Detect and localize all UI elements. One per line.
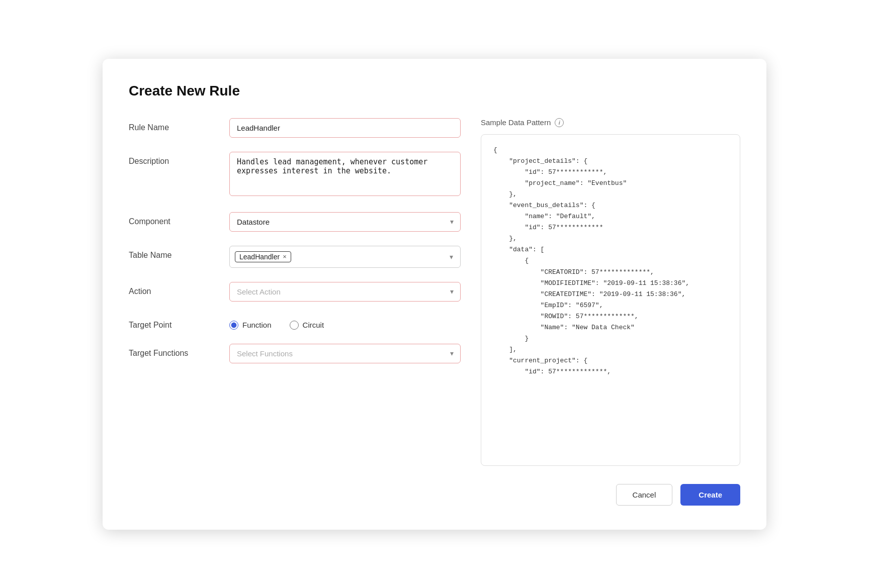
target-point-row: Target Point Function Circuit <box>129 316 461 330</box>
info-icon: i <box>555 118 564 127</box>
description-input[interactable]: Handles lead management, whenever custom… <box>229 152 461 196</box>
component-label: Component <box>129 212 229 226</box>
modal-container: Create New Rule Rule Name Description Ha… <box>103 59 766 530</box>
action-row: Action Select Action Insert Update Delet… <box>129 282 461 302</box>
table-name-row: Table Name LeadHandler × ▾ <box>129 246 461 268</box>
component-control: Datastore Function Circuit ▾ <box>229 212 461 232</box>
description-control: Handles lead management, whenever custom… <box>229 152 461 198</box>
data-panel-title: Sample Data Pattern <box>481 118 551 127</box>
action-select[interactable]: Select Action Insert Update Delete <box>229 282 461 302</box>
table-name-tag-select[interactable]: LeadHandler × ▾ <box>229 246 461 268</box>
description-row: Description Handles lead management, whe… <box>129 152 461 198</box>
rule-name-row: Rule Name <box>129 118 461 138</box>
table-name-chevron-icon: ▾ <box>450 253 453 261</box>
target-functions-select[interactable]: Select Functions <box>229 344 461 363</box>
target-functions-label: Target Functions <box>129 344 229 358</box>
content-layout: Rule Name Description Handles lead manag… <box>129 118 740 466</box>
target-point-circuit-option[interactable]: Circuit <box>290 321 324 330</box>
rule-name-label: Rule Name <box>129 118 229 132</box>
data-panel-header: Sample Data Pattern i <box>481 118 740 127</box>
table-name-tag-remove[interactable]: × <box>283 253 287 260</box>
target-point-function-option[interactable]: Function <box>229 321 272 330</box>
component-select[interactable]: Datastore Function Circuit <box>229 212 461 232</box>
target-point-control: Function Circuit <box>229 316 461 330</box>
rule-name-control <box>229 118 461 138</box>
rule-name-input[interactable] <box>229 118 461 138</box>
target-point-circuit-radio[interactable] <box>290 321 299 330</box>
description-label: Description <box>129 152 229 166</box>
target-point-label: Target Point <box>129 316 229 330</box>
table-name-control: LeadHandler × ▾ <box>229 246 461 268</box>
data-code-box: { "project_details": { "id": 57*********… <box>481 134 740 466</box>
table-name-tag-text: LeadHandler <box>239 253 280 261</box>
cancel-button[interactable]: Cancel <box>616 484 673 506</box>
target-functions-row: Target Functions Select Functions ▾ <box>129 344 461 363</box>
target-point-function-radio[interactable] <box>229 321 238 330</box>
target-point-function-label: Function <box>242 321 272 329</box>
action-control: Select Action Insert Update Delete ▾ <box>229 282 461 302</box>
page-title: Create New Rule <box>129 83 740 99</box>
component-select-wrap: Datastore Function Circuit ▾ <box>229 212 461 232</box>
action-label: Action <box>129 282 229 296</box>
target-functions-select-wrap: Select Functions ▾ <box>229 344 461 363</box>
action-select-wrap: Select Action Insert Update Delete ▾ <box>229 282 461 302</box>
table-name-label: Table Name <box>129 246 229 260</box>
create-button[interactable]: Create <box>680 484 740 506</box>
component-row: Component Datastore Function Circuit ▾ <box>129 212 461 232</box>
data-panel: Sample Data Pattern i { "project_details… <box>481 118 740 466</box>
target-point-radio-group: Function Circuit <box>229 316 461 330</box>
table-name-tag: LeadHandler × <box>235 251 291 262</box>
target-functions-control: Select Functions ▾ <box>229 344 461 363</box>
target-point-circuit-label: Circuit <box>303 321 324 329</box>
footer-buttons: Cancel Create <box>129 484 740 506</box>
form-section: Rule Name Description Handles lead manag… <box>129 118 461 466</box>
